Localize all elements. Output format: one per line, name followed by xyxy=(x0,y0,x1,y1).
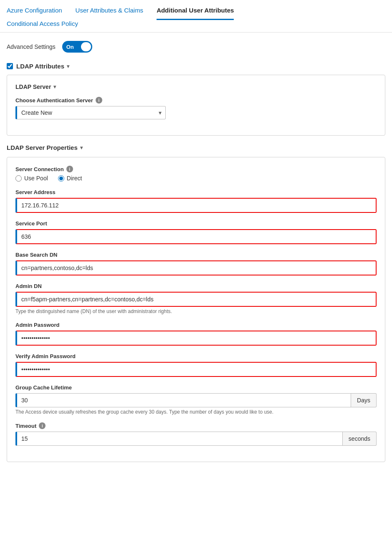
verify-admin-password-input[interactable] xyxy=(15,362,377,377)
ldap-server-properties-title: LDAP Server Properties ▾ xyxy=(7,144,385,151)
server-connection-group: Server Connection i Use Pool Direct xyxy=(15,166,377,182)
group-cache-lifetime-label: Group Cache Lifetime xyxy=(15,384,377,391)
server-connection-info-icon: i xyxy=(66,166,73,172)
server-connection-radio-group: Use Pool Direct xyxy=(15,175,377,182)
choose-auth-server-label: Choose Authentication Server i xyxy=(15,97,377,104)
base-search-dn-group: Base Search DN xyxy=(15,252,377,275)
tab-conditional-access[interactable]: Conditional Access Policy xyxy=(7,20,78,32)
base-search-dn-label: Base Search DN xyxy=(15,252,377,258)
ldap-attributes-checkbox[interactable] xyxy=(7,63,13,69)
choose-auth-server-group: Choose Authentication Server i Create Ne… xyxy=(15,97,377,119)
tab-additional-user-attrs[interactable]: Additional User Attributes xyxy=(157,7,234,20)
ldap-attributes-arrow[interactable]: ▾ xyxy=(67,63,69,69)
timeout-label: Timeout i xyxy=(15,422,377,429)
toggle-on-label: On xyxy=(66,44,74,50)
timeout-input[interactable] xyxy=(15,432,343,446)
ldap-attributes-header: LDAP Attributes ▾ xyxy=(7,63,385,70)
admin-password-input[interactable] xyxy=(15,331,377,346)
group-cache-lifetime-unit: Days xyxy=(351,393,377,407)
service-port-group: Service Port xyxy=(15,220,377,244)
radio-use-pool-input[interactable] xyxy=(15,175,22,182)
radio-direct-input[interactable] xyxy=(58,175,64,182)
server-address-wrapper xyxy=(15,198,377,213)
service-port-label: Service Port xyxy=(15,220,377,227)
timeout-group: Timeout i seconds xyxy=(15,422,377,446)
ldap-server-title: LDAP Server ▾ xyxy=(15,83,377,90)
group-cache-lifetime-group: Group Cache Lifetime Days The Access dev… xyxy=(15,384,377,415)
base-search-dn-input[interactable] xyxy=(15,260,377,275)
auth-server-select-wrapper: Create New ▾ xyxy=(15,106,166,119)
timeout-unit: seconds xyxy=(343,432,377,446)
service-port-wrapper xyxy=(15,229,377,244)
service-port-input[interactable] xyxy=(15,229,377,244)
tab-azure-config[interactable]: Azure Configuration xyxy=(7,7,62,20)
server-connection-label: Server Connection i xyxy=(15,166,377,172)
verify-admin-password-label: Verify Admin Password xyxy=(15,353,377,359)
properties-arrow[interactable]: ▾ xyxy=(80,145,83,151)
advanced-settings-toggle[interactable]: On xyxy=(62,41,92,53)
base-search-dn-wrapper xyxy=(15,260,377,275)
radio-direct[interactable]: Direct xyxy=(58,175,82,182)
admin-password-group: Admin Password xyxy=(15,322,377,346)
admin-dn-input[interactable] xyxy=(15,292,377,307)
verify-admin-password-wrapper xyxy=(15,362,377,377)
server-address-label: Server Address xyxy=(15,189,377,195)
admin-dn-group: Admin DN Type the distinguished name (DN… xyxy=(15,283,377,314)
group-cache-lifetime-input[interactable] xyxy=(15,393,351,407)
admin-dn-hint: Type the distinguished name (DN) of the … xyxy=(15,308,377,314)
auth-server-select[interactable]: Create New xyxy=(15,106,166,119)
radio-use-pool[interactable]: Use Pool xyxy=(15,175,48,182)
main-content: Advanced Settings On LDAP Attributes ▾ L… xyxy=(0,33,392,479)
choose-auth-server-info-icon: i xyxy=(96,97,102,104)
admin-dn-label: Admin DN xyxy=(15,283,377,289)
advanced-settings-row: Advanced Settings On xyxy=(7,41,385,53)
ldap-server-properties-section: LDAP Server Properties ▾ Server Connecti… xyxy=(7,144,385,462)
admin-dn-wrapper xyxy=(15,292,377,307)
verify-admin-password-group: Verify Admin Password xyxy=(15,353,377,377)
top-navigation: Azure Configuration User Attributes & Cl… xyxy=(0,0,392,33)
radio-use-pool-label: Use Pool xyxy=(24,175,48,182)
ldap-attributes-label: LDAP Attributes ▾ xyxy=(16,63,69,70)
admin-password-label: Admin Password xyxy=(15,322,377,328)
ldap-server-properties-card: Server Connection i Use Pool Direct Ser xyxy=(7,157,385,462)
group-cache-lifetime-input-wrapper: Days xyxy=(15,393,377,407)
server-address-input[interactable] xyxy=(15,198,377,213)
timeout-input-wrapper: seconds xyxy=(15,432,377,446)
group-cache-lifetime-hint: The Access device usually refreshes the … xyxy=(15,409,377,415)
admin-password-wrapper xyxy=(15,331,377,346)
ldap-server-arrow[interactable]: ▾ xyxy=(53,84,56,90)
server-address-group: Server Address xyxy=(15,189,377,213)
tab-user-attrs-claims[interactable]: User Attributes & Claims xyxy=(76,7,144,20)
advanced-settings-label: Advanced Settings xyxy=(7,43,56,50)
timeout-info-icon: i xyxy=(39,422,46,429)
toggle-knob xyxy=(81,42,91,51)
radio-direct-label: Direct xyxy=(67,175,82,182)
ldap-server-card: LDAP Server ▾ Choose Authentication Serv… xyxy=(7,75,385,136)
